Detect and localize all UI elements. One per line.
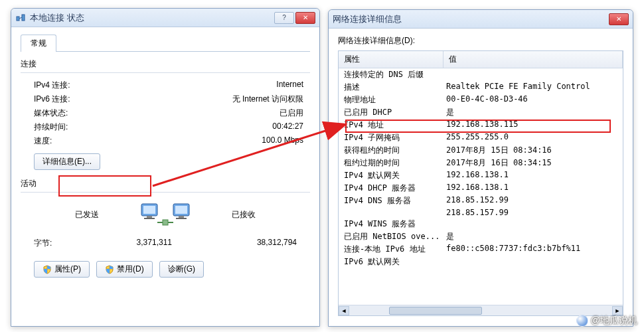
properties-button[interactable]: 属性(P) [34, 261, 90, 278]
details-list-label: 网络连接详细信息(D): [338, 35, 623, 46]
connection-row: 持续时间:00:42:27 [21, 120, 310, 134]
detail-property: IPv6 默认网关 [339, 256, 443, 268]
detail-row[interactable]: 已启用 NetBIOS ove...是 [339, 230, 623, 243]
close-button[interactable]: ✕ [609, 13, 629, 25]
titlebar[interactable]: 网络连接详细信息 ✕ [329, 10, 633, 29]
activity-computers-icon [139, 198, 192, 231]
detail-value: 192.168.138.115 [443, 120, 623, 131]
detail-row[interactable]: 描述Realtek PCIe FE Family Control [339, 81, 623, 94]
received-label: 已接收 [204, 209, 283, 220]
close-button[interactable]: ✕ [295, 12, 315, 24]
bytes-label: 字节: [34, 238, 87, 249]
svg-rect-0 [17, 17, 19, 21]
network-connection-details-window: 网络连接详细信息 ✕ 网络连接详细信息(D): 属性 值 连接特定的 DNS 后… [328, 9, 633, 327]
detail-property: 已启用 DHCP [339, 107, 443, 118]
detail-value: 2017年8月 15日 08:34:16 [443, 145, 623, 156]
detail-value: 218.85.157.99 [443, 208, 623, 217]
detail-property [339, 208, 443, 217]
connection-value: 00:42:27 [114, 122, 310, 133]
horizontal-scrollbar[interactable]: ◄ ► [339, 305, 623, 315]
svg-rect-5 [147, 216, 152, 218]
connection-row: IPv6 连接:无 Internet 访问权限 [21, 92, 310, 106]
watermark: @地瓜说机 [576, 315, 637, 327]
detail-row[interactable]: 218.85.157.99 [339, 207, 623, 218]
scroll-track[interactable] [349, 306, 612, 315]
connection-key: 持续时间: [34, 122, 114, 133]
shield-icon [105, 265, 114, 274]
disable-button[interactable]: 禁用(D) [96, 261, 153, 278]
column-header-property[interactable]: 属性 [339, 51, 443, 68]
detail-property: 连接-本地 IPv6 地址 [339, 244, 443, 255]
local-connection-status-window: 本地连接 状态 ? ✕ 常规 连接 IPv4 连接:InternetIPv6 连… [11, 8, 320, 327]
scroll-thumb[interactable] [389, 307, 482, 315]
detail-row[interactable]: IPv4 DNS 服务器218.85.152.99 [339, 195, 623, 207]
detail-value: 是 [443, 107, 623, 118]
column-header-value[interactable]: 值 [443, 51, 623, 68]
detail-row[interactable]: IPv6 默认网关 [339, 256, 623, 268]
scroll-right-arrow-icon[interactable]: ► [612, 306, 623, 315]
detail-value [443, 256, 623, 268]
detail-property: IPv4 DHCP 服务器 [339, 183, 443, 194]
detail-property: 连接特定的 DNS 后缀 [339, 69, 443, 80]
detail-value: 是 [443, 231, 623, 242]
divider [21, 192, 310, 193]
detail-row[interactable]: 获得租约的时间2017年8月 15日 08:34:16 [339, 144, 623, 157]
svg-rect-4 [143, 206, 155, 214]
connection-row: IPv4 连接:Internet [21, 78, 310, 92]
scroll-left-arrow-icon[interactable]: ◄ [339, 306, 349, 315]
window-title: 本地连接 状态 [30, 12, 274, 24]
details-header: 属性 值 [339, 51, 623, 68]
detail-row[interactable]: 租约过期的时间2017年8月 16日 08:34:15 [339, 157, 623, 169]
svg-rect-9 [179, 216, 184, 218]
detail-property: 物理地址 [339, 94, 443, 106]
connection-value: 100.0 Mbps [114, 135, 310, 147]
detail-row[interactable]: IPv4 地址192.168.138.115 [339, 119, 623, 131]
tab-strip: 常规 [21, 34, 310, 52]
detail-row[interactable]: IPv4 默认网关192.168.138.1 [339, 169, 623, 182]
network-icon [15, 13, 26, 23]
detail-property: IPv4 WINS 服务器 [339, 218, 443, 230]
connection-row: 速度:100.0 Mbps [21, 134, 310, 148]
connection-key: 速度: [34, 135, 114, 147]
detail-row[interactable]: 已启用 DHCP是 [339, 106, 623, 119]
detail-property: 描述 [339, 82, 443, 93]
detail-row[interactable]: IPv4 WINS 服务器 [339, 218, 623, 230]
detail-property: IPv4 子网掩码 [339, 132, 443, 143]
detail-property: 获得租约的时间 [339, 145, 443, 156]
diagnose-button[interactable]: 诊断(G) [159, 261, 204, 278]
shield-icon [42, 265, 52, 274]
bytes-sent-value: 3,371,311 [87, 238, 212, 249]
help-button[interactable]: ? [274, 12, 294, 24]
divider [21, 72, 310, 73]
connection-value: 已启用 [114, 108, 310, 119]
tab-general[interactable]: 常规 [21, 35, 56, 52]
connection-group-title: 连接 [21, 58, 310, 70]
titlebar[interactable]: 本地连接 状态 ? ✕ [11, 9, 319, 27]
disable-button-label: 禁用(D) [117, 264, 144, 275]
detail-value: 218.85.152.99 [443, 195, 623, 207]
svg-rect-10 [176, 218, 187, 219]
detail-row[interactable]: 连接-本地 IPv6 地址fe80::c508:7737:fdc3:b7bf%1… [339, 243, 623, 256]
watermark-text: @地瓜说机 [591, 315, 637, 327]
detail-row[interactable]: 连接特定的 DNS 后缀 [339, 68, 623, 81]
svg-line-2 [19, 17, 22, 19]
detail-value [443, 218, 623, 230]
detail-property: IPv4 默认网关 [339, 170, 443, 181]
sent-label: 已发送 [47, 209, 127, 220]
detail-row[interactable]: 物理地址00-E0-4C-08-D3-46 [339, 94, 623, 106]
properties-button-label: 属性(P) [54, 264, 81, 275]
detail-value: Realtek PCIe FE Family Control [443, 82, 623, 93]
detail-value: 192.168.138.1 [443, 170, 623, 181]
detail-property: IPv4 地址 [339, 120, 443, 131]
detail-value: fe80::c508:7737:fdc3:b7bf%11 [443, 244, 623, 255]
detail-row[interactable]: IPv4 DHCP 服务器192.168.138.1 [339, 182, 623, 195]
connection-row: 媒体状态:已启用 [21, 106, 310, 120]
detail-value: 255.255.255.0 [443, 132, 623, 143]
connection-value: 无 Internet 访问权限 [114, 94, 310, 105]
details-button[interactable]: 详细信息(E)... [34, 153, 100, 170]
detail-value: 00-E0-4C-08-D3-46 [443, 94, 623, 106]
svg-rect-12 [163, 220, 168, 225]
detail-property: IPv4 DNS 服务器 [339, 195, 443, 207]
detail-row[interactable]: IPv4 子网掩码255.255.255.0 [339, 131, 623, 144]
window-title: 网络连接详细信息 [333, 13, 609, 25]
